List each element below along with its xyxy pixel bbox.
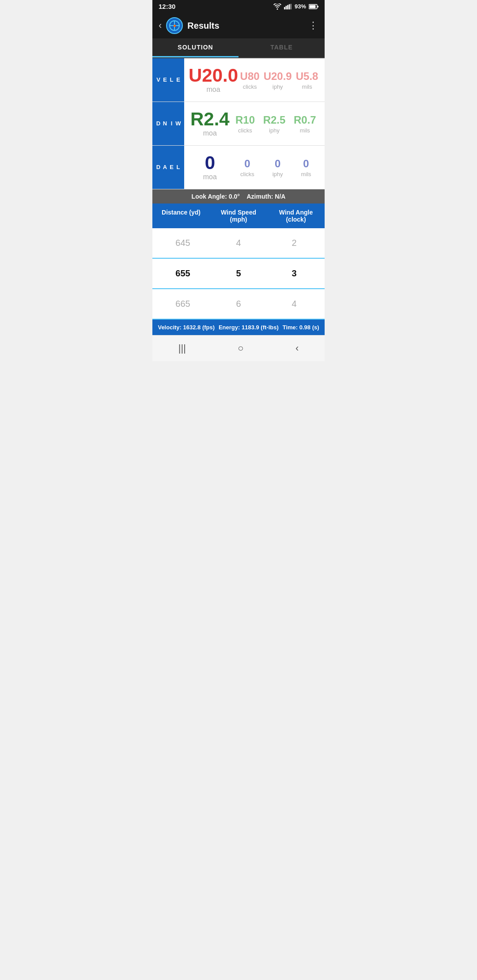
elevation-clicks: U80 clicks	[240, 70, 260, 90]
status-icons: 93%	[273, 3, 318, 10]
wind-iphy-unit: iphy	[263, 127, 286, 134]
wind-mils-value: R0.7	[294, 114, 316, 126]
table-row[interactable]: 655 5 3	[152, 259, 325, 289]
main-content: ELEV U20.0 moa U80 clicks U20.9 iphy U5.…	[152, 58, 325, 189]
wind-clicks: R10 clicks	[235, 114, 255, 134]
wind-mils-unit: mils	[294, 127, 316, 134]
time-label: Time:	[283, 324, 298, 331]
energy-label: Energy:	[219, 324, 240, 331]
wind-data: R2.4 moa R10 clicks R2.5 iphy R0.7 mils	[184, 102, 325, 145]
elevation-secondary-values: U80 clicks U20.9 iphy U5.8 mils	[238, 70, 320, 90]
elevation-iphy-value: U20.9	[264, 70, 292, 83]
look-angle-value: 0.0°	[229, 193, 240, 200]
elevation-primary-value: U20.0	[189, 66, 238, 85]
elevation-primary-unit: moa	[189, 86, 238, 94]
table-row[interactable]: 645 4 2	[152, 228, 325, 259]
velocity-label: Velocity:	[158, 324, 181, 331]
table-header-wind-angle: Wind Angle (clock)	[267, 204, 325, 228]
velocity-stat: Velocity: 1632.8 (fps)	[158, 324, 215, 331]
azimuth-value: N/A	[275, 193, 285, 200]
lead-iphy: 0 iphy	[273, 158, 283, 177]
wind-primary-unit: moa	[189, 129, 231, 137]
table-header-wind-speed: Wind Speed (mph)	[210, 204, 267, 228]
lead-data: 0 moa 0 clicks 0 iphy 0 mils	[184, 146, 325, 189]
nav-menu-button[interactable]: |||	[170, 341, 195, 356]
lead-primary-unit: moa	[189, 173, 231, 181]
time-display: 12:30	[159, 3, 175, 10]
app-icon	[166, 17, 183, 34]
nav-bar: ||| ○ ‹	[152, 335, 325, 361]
table-cell-windangle-3: 4	[266, 299, 322, 309]
wind-mils: R0.7 mils	[294, 114, 316, 134]
lead-clicks-value: 0	[240, 158, 254, 170]
lead-row: LEAD 0 moa 0 clicks 0 iphy 0 mils	[152, 146, 325, 189]
wifi-icon	[273, 4, 281, 10]
battery-icon	[309, 4, 318, 9]
title-bar: ‹ Results ⋮	[152, 13, 325, 38]
back-button[interactable]: ‹	[159, 20, 162, 31]
table-cell-distance-1: 645	[155, 238, 211, 248]
battery-display: 93%	[295, 3, 306, 10]
table-cell-windspeed-3: 6	[211, 299, 266, 309]
elevation-row: ELEV U20.0 moa U80 clicks U20.9 iphy U5.…	[152, 58, 325, 102]
elevation-clicks-unit: clicks	[240, 83, 260, 90]
tab-table[interactable]: TABLE	[238, 38, 325, 57]
svg-rect-0	[284, 7, 285, 9]
elevation-clicks-value: U80	[240, 70, 260, 83]
svg-rect-3	[289, 4, 290, 9]
lead-mils-unit: mils	[301, 171, 311, 177]
nav-back-button[interactable]: ‹	[287, 341, 307, 356]
energy-stat: Energy: 1183.9 (ft-lbs)	[219, 324, 279, 331]
table-header-distance: Distance (yd)	[152, 204, 210, 228]
time-value: 0.98 (s)	[299, 324, 319, 331]
elevation-mils-unit: mils	[296, 83, 318, 90]
elevation-label: ELEV	[152, 58, 184, 102]
wind-clicks-unit: clicks	[235, 127, 255, 134]
time-stat: Time: 0.98 (s)	[283, 324, 319, 331]
menu-button[interactable]: ⋮	[308, 20, 318, 31]
wind-row: WIND R2.4 moa R10 clicks R2.5 iphy R0.7 …	[152, 102, 325, 146]
page-title: Results	[187, 21, 219, 31]
wind-primary-value: R2.4	[189, 110, 231, 128]
lead-mils-value: 0	[301, 158, 311, 170]
lead-label: LEAD	[152, 146, 184, 189]
svg-rect-1	[286, 6, 287, 9]
table-cell-windangle-1: 2	[266, 238, 322, 248]
table-header: Distance (yd) Wind Speed (mph) Wind Angl…	[152, 204, 325, 228]
table-cell-distance-3: 665	[155, 299, 211, 309]
info-bar: Look Angle: 0.0° Azimuth: N/A	[152, 189, 325, 204]
elevation-mils-value: U5.8	[296, 70, 318, 83]
svg-rect-4	[290, 4, 292, 9]
lead-mils: 0 mils	[301, 158, 311, 177]
table-cell-windspeed-2: 5	[211, 268, 266, 279]
wind-clicks-value: R10	[235, 114, 255, 126]
signal-icon	[284, 4, 292, 10]
nav-home-button[interactable]: ○	[229, 341, 252, 356]
energy-value: 1183.9 (ft-lbs)	[242, 324, 279, 331]
velocity-value: 1632.8 (fps)	[183, 324, 215, 331]
wind-iphy-value: R2.5	[263, 114, 286, 126]
stats-bar: Velocity: 1632.8 (fps) Energy: 1183.9 (f…	[152, 320, 325, 335]
elevation-iphy: U20.9 iphy	[264, 70, 292, 90]
lead-clicks-unit: clicks	[240, 171, 254, 177]
wind-label: WIND	[152, 102, 184, 145]
tab-bar: SOLUTION TABLE	[152, 38, 325, 58]
wind-secondary-values: R10 clicks R2.5 iphy R0.7 mils	[231, 114, 320, 134]
look-angle-label: Look Angle:	[192, 193, 227, 200]
elevation-data: U20.0 moa U80 clicks U20.9 iphy U5.8 mil…	[184, 58, 325, 102]
table-cell-windspeed-1: 4	[211, 238, 266, 248]
wind-primary: R2.4 moa	[189, 110, 231, 137]
lead-secondary-values: 0 clicks 0 iphy 0 mils	[231, 158, 320, 177]
crosshair-center-dot	[174, 25, 176, 27]
lead-primary-value: 0	[189, 154, 231, 172]
title-bar-left: ‹ Results	[159, 17, 220, 34]
crosshair-icon	[169, 20, 180, 31]
wind-iphy: R2.5 iphy	[263, 114, 286, 134]
elevation-iphy-unit: iphy	[264, 83, 292, 90]
table-cell-windangle-2: 3	[266, 268, 322, 279]
svg-rect-7	[318, 6, 318, 8]
lead-clicks: 0 clicks	[240, 158, 254, 177]
tab-solution[interactable]: SOLUTION	[152, 38, 238, 57]
table-row[interactable]: 665 6 4	[152, 289, 325, 320]
lead-primary: 0 moa	[189, 154, 231, 181]
